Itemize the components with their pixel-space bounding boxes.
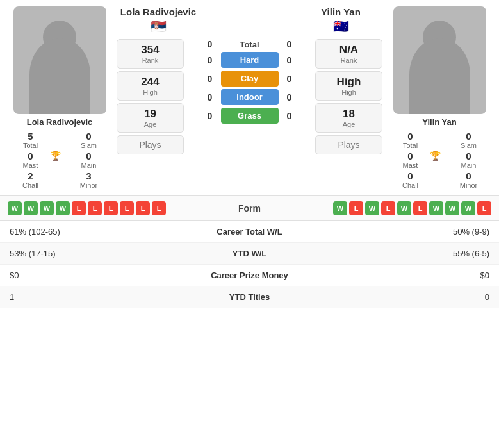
indoor-surf-row: 0 Indoor 0: [186, 89, 313, 105]
right-total-val: 0: [407, 131, 413, 142]
right-plays-box: Plays: [315, 135, 382, 154]
form-badge-l: L: [381, 201, 395, 215]
hard-surf-row: 0 Hard 0: [186, 52, 313, 68]
right-high-val: High: [323, 76, 374, 88]
right-slam-val: 0: [466, 131, 471, 142]
left-slam-val: 0: [86, 131, 91, 142]
left-slam-cell: 0 Slam: [63, 131, 114, 149]
center-section: Lola Radivojevic 🇷🇸 Yilin Yan 🇦🇺 354 Ran…: [117, 6, 382, 154]
right-plays-val: Plays: [323, 140, 374, 150]
stat-row: 1YTD Titles0: [0, 286, 499, 308]
left-chall-val: 2: [28, 170, 33, 181]
form-badge-l: L: [88, 201, 102, 215]
form-badge-w: W: [397, 201, 411, 215]
left-total-cell: 5 Total: [5, 131, 56, 149]
stat-center-label: Career Total W/L: [125, 227, 374, 236]
form-badge-w: W: [461, 201, 475, 215]
left-rank-box: 354 Rank: [117, 39, 184, 69]
left-slam-lbl: Slam: [81, 142, 97, 149]
stat-right-val: 50% (9-9): [374, 227, 489, 236]
form-badge-w: W: [40, 201, 54, 215]
left-chall-cell: 2 Chall: [5, 170, 56, 189]
stat-row: 61% (102-65)Career Total W/L50% (9-9): [0, 221, 499, 243]
form-badge-l: L: [152, 201, 166, 215]
right-minor-cell: 0 Minor: [443, 170, 494, 189]
left-total-lbl: Total: [23, 142, 38, 149]
names-row: Lola Radivojevic 🇷🇸 Yilin Yan 🇦🇺: [117, 6, 382, 34]
form-badge-w: W: [24, 201, 38, 215]
middle-three-col: 354 Rank 244 High 19 Age Plays: [117, 38, 382, 154]
clay-right-score: 0: [282, 74, 297, 84]
stat-left-val: 1: [10, 292, 125, 302]
right-chall-lbl: Chall: [402, 181, 418, 189]
stat-left-val: 53% (17-15): [10, 249, 125, 258]
right-rank-lbl: Rank: [323, 56, 374, 64]
hard-right-score: 0: [282, 55, 297, 65]
total-right-score: 0: [282, 39, 297, 49]
left-age-lbl: Age: [125, 120, 176, 128]
total-surf-row: 0 Total 0: [186, 39, 313, 49]
form-section: WWWWLLLLLL Form WLWLWLWWWL: [0, 195, 499, 221]
stat-center-label: Career Prize Money: [125, 270, 374, 280]
hard-button[interactable]: Hard: [221, 52, 279, 68]
right-rank-box: N/A Rank: [315, 39, 382, 69]
top-layout: Lola Radivojevic 5 Total 0 Slam 0 🏆 Mast…: [0, 0, 499, 192]
indoor-button[interactable]: Indoor: [221, 89, 279, 105]
form-badge-l: L: [136, 201, 150, 215]
right-age-lbl: Age: [323, 120, 374, 128]
form-badge-l: L: [104, 201, 118, 215]
surfaces-col: 0 Total 0 0 Hard 0 0 Clay 0: [186, 39, 313, 124]
left-player-section: Lola Radivojevic 5 Total 0 Slam 0 🏆 Mast…: [5, 6, 114, 189]
left-mast-val: 0: [28, 151, 33, 162]
indoor-right-score: 0: [282, 92, 297, 103]
right-player-section: Yilin Yan 0 Total 0 Slam 0 🏆 Mast 0 Ma: [385, 6, 494, 189]
clay-button[interactable]: Clay: [221, 71, 279, 87]
left-rank-val: 354: [125, 44, 176, 56]
stat-left-val: 61% (102-65): [10, 227, 125, 236]
total-label: Total: [221, 40, 279, 49]
right-mast-cell: 0 🏆 Mast: [385, 151, 436, 169]
right-total-cell: 0 Total: [385, 131, 436, 149]
indoor-left-score: 0: [203, 92, 217, 103]
right-minor-lbl: Minor: [460, 181, 478, 189]
right-header-flag: 🇦🇺: [333, 19, 349, 34]
grass-button[interactable]: Grass: [221, 108, 279, 124]
left-main-lbl: Main: [81, 162, 97, 169]
right-main-val: 0: [466, 151, 471, 162]
left-total-val: 5: [28, 131, 33, 142]
stat-row: 53% (17-15)YTD W/L55% (6-5): [0, 243, 499, 265]
right-main-cell: 0 Main: [443, 151, 494, 169]
form-badge-w: W: [333, 201, 347, 215]
stat-right-val: 0: [374, 292, 489, 302]
left-main-val: 0: [86, 151, 91, 162]
left-rank-lbl: Rank: [125, 56, 176, 64]
left-age-box: 19 Age: [117, 103, 184, 133]
right-total-lbl: Total: [403, 142, 418, 149]
right-age-box: 18 Age: [315, 103, 382, 133]
clay-left-score: 0: [203, 74, 217, 84]
form-badge-l: L: [477, 201, 491, 215]
left-info-boxes: 354 Rank 244 High 19 Age Plays: [117, 39, 184, 154]
total-left-score: 0: [203, 39, 217, 49]
left-mast-lbl: Mast: [23, 162, 38, 169]
right-age-val: 18: [323, 108, 374, 120]
left-player-name: Lola Radivojevic: [27, 117, 93, 127]
left-high-box: 244 High: [117, 71, 184, 101]
trophy-icon-left: 🏆: [50, 151, 61, 161]
left-age-val: 19: [125, 108, 176, 120]
left-high-val: 244: [125, 76, 176, 88]
right-mast-val: 0: [407, 151, 413, 162]
trophy-icon-right: 🏆: [430, 151, 441, 161]
main-container: Lola Radivojevic 5 Total 0 Slam 0 🏆 Mast…: [0, 0, 499, 308]
grass-right-score: 0: [282, 111, 297, 121]
right-slam-lbl: Slam: [461, 142, 477, 149]
stat-center-label: YTD Titles: [125, 292, 374, 302]
stat-right-val: 55% (6-5): [374, 249, 489, 258]
left-form-badges: WWWWLLLLLL: [8, 201, 166, 215]
right-main-lbl: Main: [461, 162, 477, 169]
left-mast-cell: 0 🏆 Mast: [5, 151, 56, 169]
grass-surf-row: 0 Grass 0: [186, 108, 313, 124]
left-header-name: Lola Radivojevic: [120, 6, 196, 17]
form-center-label: Form: [231, 203, 269, 213]
form-badge-l: L: [72, 201, 86, 215]
